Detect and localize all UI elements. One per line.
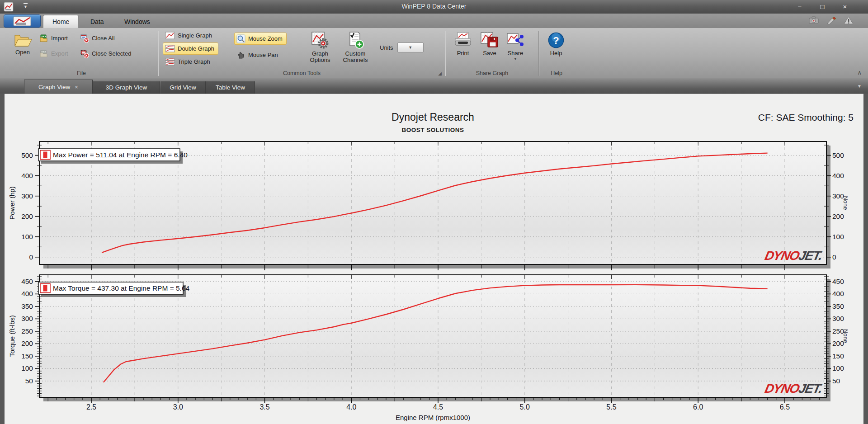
svg-text:5.0: 5.0 [520, 403, 530, 411]
ribbon-collapse-icon[interactable]: ∧ [857, 69, 862, 76]
svg-text:500: 500 [21, 151, 33, 159]
close-selected-label: Close Selected [92, 50, 131, 57]
export-label: Export [51, 50, 68, 57]
x-axis-label: Engine RPM (rpmx1000) [396, 414, 470, 421]
open-button[interactable]: Open [8, 30, 37, 56]
svg-text:Max Torque = 437.30 at Engine: Max Torque = 437.30 at Engine RPM = 5.64 [53, 284, 190, 292]
open-label: Open [15, 49, 30, 56]
tab-graph-view[interactable]: Graph View × [24, 80, 93, 94]
close-button[interactable]: × [839, 1, 851, 11]
svg-text:200: 200 [21, 339, 33, 347]
graph-options-icon [311, 31, 329, 49]
svg-text:250: 250 [21, 327, 33, 335]
group-label-file: File [5, 70, 158, 76]
import-label: Import [51, 35, 68, 42]
svg-text:0: 0 [832, 253, 836, 261]
svg-text:400: 400 [21, 290, 33, 297]
tab-close-icon[interactable]: × [75, 84, 78, 90]
ribbon-tab-home[interactable]: Home [43, 15, 79, 28]
legend-power: Max Power = 511.04 at Engine RPM = 6.40 [38, 149, 188, 164]
svg-text:450: 450 [21, 278, 33, 285]
help-icon: ? [547, 32, 565, 49]
print-icon [453, 32, 472, 49]
units-dropdown[interactable]: ▼ [397, 42, 424, 52]
svg-text:450: 450 [832, 278, 844, 285]
svg-text:3.5: 3.5 [259, 403, 269, 411]
chart-power[interactable]: 00100100200200300300400400500500Power (h… [8, 141, 849, 270]
close-selected-button[interactable]: Close Selected [78, 47, 135, 60]
single-graph-icon [165, 32, 175, 39]
application-button[interactable] [4, 14, 41, 28]
close-all-label: Close All [92, 35, 115, 42]
double-graph-label: Double Graph [178, 45, 214, 52]
dynojet-watermark: DYNOJET. [764, 381, 824, 396]
dialog-launcher-icon[interactable]: ◢ [438, 71, 442, 76]
custom-channels-button[interactable]: Custom Channels [339, 29, 372, 63]
save-button[interactable]: Save [477, 30, 502, 60]
export-button[interactable]: Export [37, 47, 72, 60]
tab-overflow-dropdown-icon[interactable]: ▼ [857, 84, 862, 89]
print-button[interactable]: Print [449, 30, 477, 60]
save-icon [480, 32, 499, 49]
svg-text:400: 400 [21, 172, 33, 179]
tab-table-view[interactable]: Table View [206, 81, 255, 94]
share-caret-icon: ▼ [514, 58, 517, 60]
tab-grid-view-label: Grid View [170, 84, 196, 91]
import-button[interactable]: Import [37, 32, 72, 44]
svg-text:300: 300 [21, 315, 33, 322]
screenshot-icon[interactable] [808, 16, 820, 25]
theme-brush-icon[interactable] [826, 16, 837, 25]
tab-3d-graph-view[interactable]: 3D Graph View [93, 81, 160, 94]
svg-text:5.5: 5.5 [606, 403, 616, 411]
svg-text:500: 500 [832, 151, 844, 159]
mouse-zoom-button[interactable]: Mouse Zoom [234, 33, 287, 45]
help-button[interactable]: ? Help [542, 30, 570, 57]
svg-text:2.5: 2.5 [86, 403, 96, 411]
custom-channels-label: Custom Channels [339, 51, 372, 63]
svg-text:50: 50 [832, 377, 840, 385]
svg-text:100: 100 [21, 233, 33, 240]
tab-graph-view-label: Graph View [38, 84, 70, 90]
view-tab-strip: Graph View × 3D Graph View Grid View Tab… [0, 78, 868, 94]
export-csv-icon [39, 49, 48, 58]
triple-graph-button[interactable]: Triple Graph [163, 56, 218, 68]
minimize-button[interactable]: − [794, 1, 806, 11]
svg-text:DYNOJET.: DYNOJET. [764, 381, 824, 396]
close-selected-icon [80, 49, 89, 58]
svg-text:350: 350 [21, 302, 33, 310]
svg-text:3.0: 3.0 [173, 403, 183, 411]
graph-options-label: Graph Options [306, 51, 335, 63]
app-button-logo-icon [12, 16, 33, 27]
svg-text:DYNOJET.: DYNOJET. [764, 248, 824, 263]
svg-text:400: 400 [832, 172, 844, 179]
legend-torque: Max Torque = 437.30 at Engine RPM = 5.64 [38, 282, 190, 297]
graph-view-panel: Dynojet Research BOOST SOLUTIONS CF: SAE… [5, 94, 863, 424]
dyno-charts[interactable]: 00100100200200300300400400500500Power (h… [5, 94, 863, 424]
tab-grid-view[interactable]: Grid View [160, 81, 206, 94]
share-button[interactable]: Share ▼ [502, 30, 528, 60]
ribbon-tab-windows[interactable]: Windows [115, 15, 159, 28]
svg-text:350: 350 [832, 302, 844, 310]
svg-text:4.0: 4.0 [346, 403, 356, 411]
close-all-button[interactable]: Close All [78, 32, 135, 44]
group-label-share-graph: Share Graph [445, 70, 539, 76]
graph-options-button[interactable]: Graph Options [306, 29, 335, 63]
single-graph-button[interactable]: Single Graph [163, 29, 218, 42]
maximize-button[interactable]: □ [816, 1, 828, 11]
svg-text:150: 150 [832, 352, 844, 360]
ribbon-group-file: Open Import Export [5, 28, 158, 78]
alerts-icon[interactable] [843, 16, 854, 25]
svg-text:150: 150 [21, 352, 33, 360]
tab-3d-graph-view-label: 3D Graph View [106, 84, 147, 91]
svg-text:?: ? [553, 35, 559, 46]
units-label: Units [380, 44, 393, 51]
ribbon-tab-data[interactable]: Data [81, 15, 113, 28]
mouse-pan-button[interactable]: Mouse Pan [234, 49, 287, 61]
ribbon-group-help: ? Help Help [539, 28, 574, 78]
double-graph-button[interactable]: Double Graph [163, 42, 218, 55]
svg-text:100: 100 [832, 364, 844, 372]
chart-torque[interactable]: 5050100100150150200200250250300300350350… [8, 275, 849, 403]
save-label: Save [483, 50, 496, 57]
svg-text:0: 0 [29, 253, 33, 261]
import-csv-icon [39, 34, 48, 43]
